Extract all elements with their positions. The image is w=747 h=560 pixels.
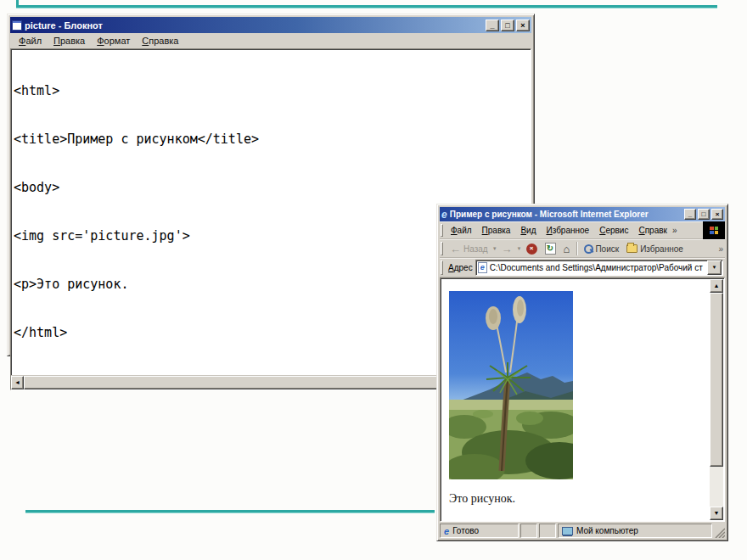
notepad-window-title: picture - Блокнот xyxy=(25,20,483,31)
status-ready-text: Готово xyxy=(452,526,479,535)
page-icon: e xyxy=(478,262,487,273)
resize-grip[interactable] xyxy=(714,527,725,538)
menu-view[interactable]: Вид xyxy=(515,224,541,237)
back-button[interactable]: ← Назад xyxy=(447,243,491,255)
vertical-scrollbar[interactable]: ▲ ▼ xyxy=(710,279,723,520)
ie-window: e Пример с рисунком - Microsoft Internet… xyxy=(436,204,728,541)
minimize-button[interactable]: _ xyxy=(486,20,499,31)
scroll-left-icon[interactable]: ◄ xyxy=(11,376,24,389)
back-dropdown-icon[interactable]: ▼ xyxy=(492,246,497,251)
menu-file[interactable]: Файл xyxy=(13,34,48,48)
search-label: Поиск xyxy=(595,244,619,254)
close-button[interactable]: × xyxy=(711,209,723,220)
teal-rule-top xyxy=(16,5,717,8)
status-empty-pane xyxy=(539,524,556,538)
maximize-button[interactable]: □ xyxy=(501,20,514,31)
desktop: picture - Блокнот _ □ × Файл Правка Форм… xyxy=(0,0,747,560)
toolbar-grip[interactable] xyxy=(441,242,443,255)
address-dropdown-icon[interactable]: ▼ xyxy=(707,260,722,275)
close-button[interactable]: × xyxy=(516,20,530,31)
ie-titlebar[interactable]: e Пример с рисунком - Microsoft Internet… xyxy=(440,207,725,221)
menu-file[interactable]: Файл xyxy=(446,224,477,237)
stop-button[interactable]: × xyxy=(523,243,541,255)
ie-app-icon: e xyxy=(441,210,447,220)
refresh-icon: ↻ xyxy=(545,243,556,255)
flag-green xyxy=(715,227,719,230)
status-empty-pane xyxy=(520,524,537,538)
code-line: <title>Пример с рисунком</title> xyxy=(14,132,528,148)
forward-icon: → xyxy=(502,244,513,255)
browser-viewport: Это рисунок. ▲ ▼ xyxy=(440,277,725,522)
ie-address-bar: Адрес e C:\Documents and Settings\Админи… xyxy=(440,258,725,277)
favorites-button[interactable]: Избранное xyxy=(623,244,687,255)
ie-status-icon: e xyxy=(444,526,449,536)
notepad-menubar: Файл Правка Формат Справка xyxy=(10,33,531,48)
menu-favorites[interactable]: Избранное xyxy=(541,224,594,237)
back-label: Назад xyxy=(463,244,488,254)
yucca-desert-photo xyxy=(449,291,573,479)
menu-format[interactable]: Формат xyxy=(91,34,136,48)
forward-dropdown-icon[interactable]: ▼ xyxy=(517,246,522,251)
toolbar-separator xyxy=(576,242,577,255)
notepad-app-icon xyxy=(12,20,22,31)
favorites-label: Избранное xyxy=(640,244,683,254)
stop-icon: × xyxy=(526,244,537,255)
search-icon xyxy=(584,244,593,253)
scrollbar-thumb[interactable] xyxy=(24,376,474,389)
scrollbar-thumb[interactable] xyxy=(710,293,723,467)
toolbar-grip[interactable] xyxy=(441,224,443,237)
address-label: Адрес xyxy=(448,263,473,272)
search-button[interactable]: Поиск xyxy=(581,244,622,255)
notepad-titlebar[interactable]: picture - Блокнот _ □ × xyxy=(10,17,531,33)
windows-logo xyxy=(703,221,725,239)
toolbar-overflow-icon[interactable]: » xyxy=(718,244,725,254)
status-zone-pane: Мой компьютер xyxy=(558,524,712,538)
favorites-folder-icon xyxy=(626,244,637,253)
my-computer-icon xyxy=(562,527,573,535)
back-icon: ← xyxy=(450,244,461,255)
code-line: <body> xyxy=(14,180,528,196)
page-caption: Это рисунок. xyxy=(449,492,515,506)
teal-rule-bottom xyxy=(25,510,435,512)
status-ready-pane: e Готово xyxy=(440,524,519,538)
scrollbar-track[interactable] xyxy=(710,293,723,507)
menu-tools[interactable]: Сервис xyxy=(594,224,633,237)
flag-blue xyxy=(710,231,714,234)
ie-toolbar: ← Назад ▼ → ▼ × ↻ ⌂ Поиск xyxy=(440,239,725,258)
maximize-button[interactable]: □ xyxy=(698,209,710,220)
home-icon: ⌂ xyxy=(564,244,570,255)
flag-yellow xyxy=(715,231,719,234)
toolbar-grip[interactable] xyxy=(441,260,443,275)
ie-statusbar: e Готово Мой компьютер xyxy=(440,522,725,538)
code-line: <html> xyxy=(14,83,528,99)
ie-menubar: Файл Правка Вид Избранное Сервис Справк … xyxy=(440,221,725,239)
ie-window-title: Пример с рисунком - Microsoft Internet E… xyxy=(450,210,682,219)
menu-overflow-icon[interactable]: » xyxy=(672,226,677,235)
scroll-down-icon[interactable]: ▼ xyxy=(710,507,723,520)
status-zone-text: Мой компьютер xyxy=(576,526,638,535)
scroll-up-icon[interactable]: ▲ xyxy=(710,279,723,293)
menu-help[interactable]: Справка xyxy=(136,34,184,48)
menu-edit[interactable]: Правка xyxy=(477,224,516,237)
minimize-button[interactable]: _ xyxy=(684,209,696,220)
menu-help[interactable]: Справк xyxy=(633,224,671,237)
home-button[interactable]: ⌂ xyxy=(560,243,574,255)
address-value: C:\Documents and Settings\Администратор\… xyxy=(490,263,705,272)
forward-button[interactable]: → xyxy=(498,243,516,255)
address-input[interactable]: e C:\Documents and Settings\Администрато… xyxy=(475,260,723,276)
flag-red xyxy=(710,227,714,230)
refresh-button[interactable]: ↻ xyxy=(542,242,559,255)
menu-edit[interactable]: Правка xyxy=(48,34,91,48)
